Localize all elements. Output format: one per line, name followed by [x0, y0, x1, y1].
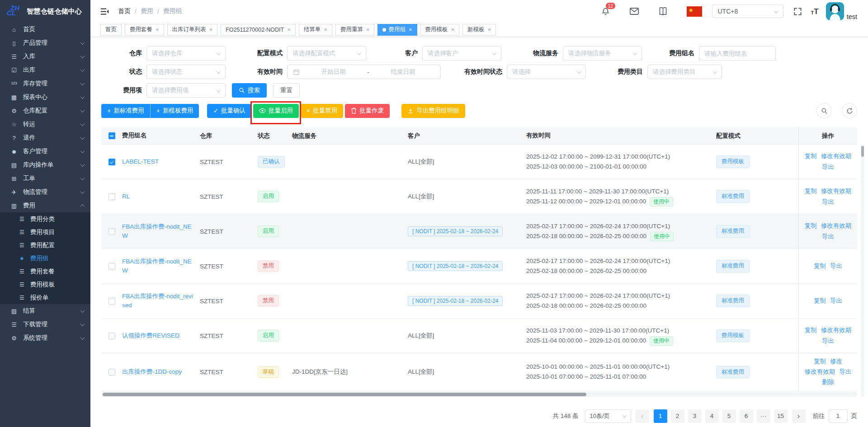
page-button[interactable]: 2	[671, 409, 684, 423]
refresh-icon-button[interactable]	[842, 103, 857, 118]
horizontal-scrollbar[interactable]	[101, 392, 857, 397]
close-icon[interactable]: ×	[324, 27, 327, 33]
notification-bell-icon[interactable]: 12	[601, 7, 610, 16]
select-all-checkbox[interactable]	[101, 132, 122, 139]
op-link[interactable]: 修改有效期	[805, 368, 835, 375]
op-link[interactable]: 导出	[830, 263, 842, 270]
sidebar-item[interactable]: ▨ 结算	[0, 304, 90, 318]
close-icon[interactable]: ×	[287, 27, 291, 33]
batch-void-button[interactable]: 批量作废	[345, 104, 390, 118]
sidebar-subitem[interactable]: ☰ 费用分类	[0, 212, 90, 225]
vertical-scrollbar[interactable]	[861, 145, 864, 397]
sidebar-item[interactable]: ? 退件	[0, 131, 90, 145]
tab[interactable]: 费用组 ×	[377, 24, 417, 36]
op-link[interactable]: 复制	[805, 222, 817, 230]
sidebar-subitem[interactable]: ☰ 报价单	[0, 291, 90, 304]
tab[interactable]: FO2511270002-NODIT ×	[221, 24, 296, 36]
page-button[interactable]: 15	[774, 409, 788, 423]
docs-book-icon[interactable]	[658, 7, 668, 16]
op-link[interactable]: 修改有效期	[821, 222, 852, 230]
new-standard-fee-button[interactable]: +新标准费用	[101, 104, 150, 118]
sidebar-item[interactable]: ✈ 物流管理	[0, 185, 90, 199]
sidebar-item[interactable]: ⊞ 工单	[0, 172, 90, 185]
page-button[interactable]: 1	[654, 409, 667, 423]
op-link[interactable]: 删除	[822, 379, 834, 386]
sidebar-subitem[interactable]: ☰ 费用套餐	[0, 265, 90, 278]
prev-page-button[interactable]: ‹	[636, 409, 649, 423]
valid-time-status-select[interactable]: 请选择	[507, 65, 586, 79]
fee-group-name-link[interactable]: FBA出库操作费-nodit_NEW	[122, 257, 200, 276]
fee-group-name-input[interactable]	[699, 46, 776, 61]
status-select[interactable]: 请选择状态	[146, 65, 226, 79]
tab[interactable]: 出库订单列表 ×	[167, 24, 218, 36]
avatar[interactable]	[826, 2, 844, 20]
sidebar-item[interactable]: ▥ 费用	[0, 199, 90, 212]
fee-group-name-link[interactable]: LABEL-TEST	[122, 157, 200, 166]
fee-group-name-link[interactable]: RL	[122, 192, 200, 201]
sidebar-item[interactable]: ☻ 客户管理	[0, 145, 90, 158]
close-icon[interactable]: ×	[209, 27, 213, 33]
sidebar-item[interactable]: ⚙ 系统管理	[0, 331, 90, 345]
page-size-select[interactable]: 10条/页	[585, 409, 631, 423]
op-link[interactable]: 复制	[814, 358, 826, 365]
row-checkbox[interactable]	[101, 228, 122, 235]
tab[interactable]: 费用套餐 ×	[125, 24, 164, 36]
logistics-select[interactable]: 请选择物流服务	[563, 46, 642, 61]
customer-select[interactable]: 请选择客户	[422, 46, 501, 61]
op-link[interactable]: 复制	[805, 188, 817, 195]
next-page-button[interactable]: ›	[792, 409, 806, 423]
row-checkbox[interactable]	[101, 298, 122, 305]
batch-confirm-button[interactable]: ✓批量确认	[207, 104, 251, 118]
batch-disable-button[interactable]: ×批量禁用	[301, 104, 343, 118]
sidebar-item[interactable]: ▦ 报表中心	[0, 90, 90, 104]
fee-category-select[interactable]: 请选择费用类目	[647, 65, 722, 79]
language-flag-icon[interactable]: ★	[687, 6, 702, 17]
op-link[interactable]: 导出	[822, 338, 834, 345]
table-search-icon-button[interactable]	[816, 103, 832, 118]
sidebar-subitem[interactable]: ★ 费用组	[0, 252, 90, 265]
page-button[interactable]: 6	[740, 409, 753, 423]
close-icon[interactable]: ×	[366, 27, 370, 33]
fee-group-name-link[interactable]: FBA出库操作费-nodit_NEW	[122, 222, 200, 241]
sidebar-item[interactable]: ☑ 出库	[0, 63, 90, 77]
username[interactable]: test	[847, 13, 857, 20]
config-mode-select[interactable]: 请选择配置模式	[287, 46, 366, 61]
close-icon[interactable]: ×	[156, 27, 159, 33]
op-link[interactable]: 修改有效期	[821, 188, 852, 195]
op-link[interactable]: 导出	[822, 198, 834, 206]
close-icon[interactable]: ×	[488, 27, 491, 33]
tab[interactable]: 结算单 ×	[299, 24, 332, 36]
row-checkbox[interactable]	[101, 369, 122, 375]
op-link[interactable]: 导出	[830, 297, 842, 305]
fee-group-name-link[interactable]: 认领操作费REVISED	[122, 331, 200, 340]
op-link[interactable]: 复制	[805, 327, 817, 334]
sidebar-subitem[interactable]: ☰ 费用模板	[0, 278, 90, 291]
tab[interactable]: 费用模板 ×	[420, 24, 460, 36]
fee-item-select[interactable]: 请选择费用项	[146, 83, 226, 98]
close-icon[interactable]: ×	[409, 27, 412, 33]
page-button[interactable]: 3	[688, 409, 702, 423]
font-size-icon[interactable]: TT	[811, 8, 819, 15]
tab[interactable]: 新模板 ×	[462, 24, 496, 36]
batch-enable-button[interactable]: 批量启用	[253, 104, 299, 118]
op-link[interactable]: 复制	[814, 297, 826, 305]
op-link[interactable]: 复制	[805, 153, 817, 160]
mail-icon[interactable]	[629, 7, 639, 16]
op-link[interactable]: 导出	[839, 368, 851, 375]
row-checkbox[interactable]	[101, 159, 122, 165]
close-icon[interactable]: ×	[451, 27, 455, 33]
sidebar-collapse-icon[interactable]	[100, 8, 109, 15]
new-template-fee-button[interactable]: +新模板费用	[150, 104, 199, 118]
sidebar-item[interactable]: ▤ 库内操作单	[0, 158, 90, 172]
row-checkbox[interactable]	[101, 263, 122, 270]
op-link[interactable]: 修改有效期	[821, 327, 852, 334]
scrollbar-thumb[interactable]	[103, 393, 586, 396]
sidebar-subitem[interactable]: ☰ 费用项目	[0, 225, 90, 239]
tab[interactable]: 首页 ×	[100, 24, 122, 36]
breadcrumb-home[interactable]: 首页	[118, 7, 131, 15]
goto-page-input[interactable]	[829, 409, 848, 423]
valid-time-range-picker[interactable]: 开始日期 - 结束日期	[287, 65, 441, 79]
fullscreen-icon[interactable]	[793, 7, 802, 16]
page-button[interactable]: 4	[705, 409, 719, 423]
tab[interactable]: 费用重算 ×	[335, 24, 375, 36]
